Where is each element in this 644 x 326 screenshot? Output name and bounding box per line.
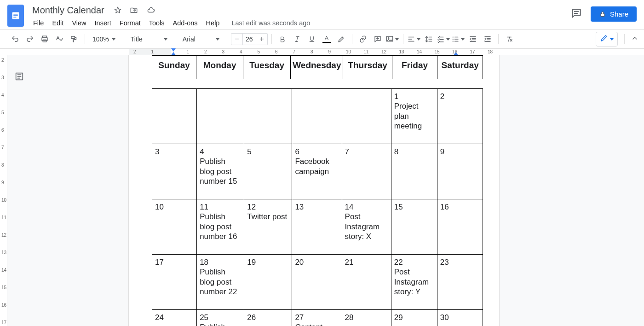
menu-tools[interactable]: Tools: [145, 17, 168, 29]
calendar-day-cell[interactable]: 8: [391, 144, 437, 199]
increase-indent-icon[interactable]: [481, 32, 494, 46]
editing-mode-dropdown[interactable]: [596, 32, 618, 47]
font-size-decrease[interactable]: −: [231, 35, 242, 43]
document-title[interactable]: Monthly Calendar: [29, 4, 107, 17]
calendar-day-cell[interactable]: 10: [152, 199, 197, 255]
calendar-day-cell[interactable]: 30: [437, 310, 483, 326]
menu-format[interactable]: Format: [116, 17, 144, 29]
calendar-day-cell[interactable]: 9: [437, 144, 483, 199]
calendar-day-cell[interactable]: 23: [437, 255, 483, 310]
calendar-day-cell[interactable]: 5: [244, 144, 292, 199]
spellcheck-icon[interactable]: [52, 32, 66, 46]
menu-insert[interactable]: Insert: [91, 17, 115, 29]
calendar-day-cell[interactable]: 11Publish blog post number 16: [197, 199, 244, 255]
cloud-status-icon[interactable]: [146, 6, 156, 14]
calendar-day-cell[interactable]: 18Publish blog post number 22: [197, 255, 244, 310]
calendar-day-cell[interactable]: 6Facebook campaign: [292, 144, 342, 199]
calendar-day-cell[interactable]: 27Content marketing meeting: [292, 310, 342, 326]
calendar-day-cell[interactable]: 4Publish blog post number 15: [197, 144, 244, 199]
calendar-day-cell[interactable]: 29: [391, 310, 437, 326]
menu-file[interactable]: File: [29, 17, 47, 29]
underline-icon[interactable]: [305, 32, 319, 46]
calendar-day-cell[interactable]: 16: [437, 199, 483, 255]
checklist-icon[interactable]: [437, 32, 450, 46]
calendar-day-cell[interactable]: 19: [244, 255, 292, 310]
calendar-day-number: 19: [247, 257, 289, 267]
star-icon[interactable]: [114, 6, 122, 14]
text-color-icon[interactable]: [320, 32, 334, 46]
calendar-day-cell[interactable]: 14Post Instagram story: X: [342, 199, 391, 255]
zoom-dropdown[interactable]: 100%: [89, 32, 119, 46]
calendar-day-cell[interactable]: 22Post Instagram story: Y: [391, 255, 437, 310]
left-indent-marker[interactable]: [171, 52, 176, 55]
calendar-week-row: 1Project plan meeting2: [152, 89, 483, 144]
calendar-day-cell[interactable]: 12Twitter post: [244, 199, 292, 255]
font-size-stepper[interactable]: − 26 +: [231, 33, 268, 45]
calendar-day-cell[interactable]: 1Project plan meeting: [391, 89, 437, 144]
calendar-day-cell[interactable]: [244, 89, 292, 144]
calendar-day-cell[interactable]: 3: [152, 144, 197, 199]
docs-logo-icon[interactable]: [7, 5, 24, 27]
document-outline-icon[interactable]: [12, 69, 27, 84]
last-edit-link[interactable]: Last edit was seconds ago: [231, 19, 310, 27]
bulleted-list-icon[interactable]: [451, 32, 465, 46]
insert-link-icon[interactable]: [356, 32, 370, 46]
calendar-day-cell[interactable]: 7: [342, 144, 391, 199]
calendar-day-cell[interactable]: 26: [244, 310, 292, 326]
collapse-toolbar-icon[interactable]: [631, 35, 638, 44]
menu-addons[interactable]: Add-ons: [169, 17, 201, 29]
line-spacing-icon[interactable]: [422, 32, 436, 46]
insert-image-icon[interactable]: [385, 32, 399, 46]
calendar-day-cell[interactable]: 13: [292, 199, 342, 255]
document-page[interactable]: SundayMondayTuesdayWednesdayThursdayFrid…: [129, 55, 499, 326]
first-line-indent-marker[interactable]: [171, 48, 176, 52]
calendar-day-number: 5: [247, 147, 289, 157]
paint-format-icon[interactable]: [67, 32, 81, 46]
calendar-day-cell[interactable]: 24: [152, 310, 197, 326]
font-size-increase[interactable]: +: [256, 35, 267, 43]
calendar-day-cell[interactable]: 28: [342, 310, 391, 326]
align-dropdown-icon[interactable]: [407, 32, 421, 46]
font-size-value[interactable]: 26: [242, 34, 256, 45]
insert-comment-icon[interactable]: [371, 32, 385, 46]
italic-icon[interactable]: [290, 32, 304, 46]
clear-formatting-icon[interactable]: [502, 32, 516, 46]
ruler-v-tick: 4: [1, 93, 4, 98]
calendar-day-cell[interactable]: 15: [391, 199, 437, 255]
paragraph-style-value: Title: [131, 35, 143, 43]
calendar-day-cell[interactable]: [152, 89, 197, 144]
ruler-h-tick: 17: [470, 49, 475, 55]
document-canvas[interactable]: SundayMondayTuesdayWednesdayThursdayFrid…: [29, 55, 644, 326]
menu-help[interactable]: Help: [202, 17, 224, 29]
redo-icon[interactable]: [23, 32, 37, 46]
ruler-v-tick: 16: [1, 303, 6, 308]
menu-edit[interactable]: Edit: [48, 17, 67, 29]
decrease-indent-icon[interactable]: [466, 32, 480, 46]
calendar-day-cell[interactable]: 20: [292, 255, 342, 310]
calendar-day-number: 20: [295, 257, 339, 267]
horizontal-ruler[interactable]: 21123456789101112131415161718: [0, 49, 644, 55]
share-button[interactable]: Share: [591, 6, 637, 22]
menu-view[interactable]: View: [68, 17, 90, 29]
font-family-dropdown[interactable]: Arial: [179, 32, 223, 46]
ruler-h-tick: 1: [151, 49, 154, 55]
bold-icon[interactable]: [276, 32, 289, 46]
calendar-day-cell[interactable]: [197, 89, 244, 144]
calendar-day-cell[interactable]: 21: [342, 255, 391, 310]
calendar-week-row: 2425Publish blog post number 282627Conte…: [152, 310, 483, 326]
calendar-day-cell[interactable]: [292, 89, 342, 144]
vertical-ruler[interactable]: 234567891011121314151617: [0, 55, 7, 326]
calendar-day-cell[interactable]: [342, 89, 391, 144]
paragraph-style-dropdown[interactable]: Title: [127, 32, 171, 46]
calendar-day-cell[interactable]: 2: [437, 89, 483, 144]
move-icon[interactable]: [129, 6, 138, 14]
open-comments-icon[interactable]: [570, 7, 582, 21]
print-icon[interactable]: [38, 32, 52, 46]
calendar-day-number: 3: [155, 147, 194, 157]
calendar-day-cell[interactable]: 17: [152, 255, 197, 310]
ruler-h-tick: 10: [346, 49, 351, 55]
undo-icon[interactable]: [8, 32, 22, 46]
highlight-color-icon[interactable]: [334, 32, 348, 46]
calendar-day-cell[interactable]: 25Publish blog post number 28: [197, 310, 244, 326]
calendar-event-text: Publish blog post number 22: [200, 267, 241, 297]
